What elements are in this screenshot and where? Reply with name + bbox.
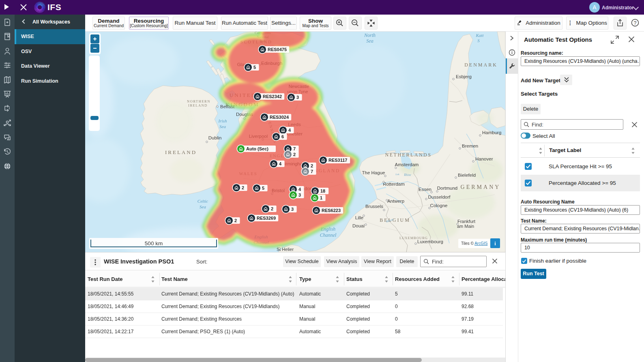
svg-text:7: 7 <box>293 146 296 151</box>
svg-text:500 km: 500 km <box>145 240 163 246</box>
svg-text:3: 3 <box>296 95 299 100</box>
svg-text:Frankfurt: Frankfurt <box>457 219 475 224</box>
svg-text:5: 5 <box>262 186 264 191</box>
svg-text:Dusseldorf: Dusseldorf <box>428 195 451 199</box>
svg-text:3: 3 <box>291 207 294 212</box>
svg-text:Sea: Sea <box>366 38 373 44</box>
svg-text:RES3024: RES3024 <box>270 115 289 120</box>
svg-text:5: 5 <box>253 65 256 70</box>
svg-text:Rotterdam: Rotterdam <box>383 182 405 186</box>
svg-text:i: i <box>494 240 496 246</box>
svg-text:BELGIUM: BELGIUM <box>380 217 410 223</box>
svg-text:Dortmund: Dortmund <box>437 186 458 191</box>
svg-text:2: 2 <box>242 185 244 190</box>
svg-text:Katt: Katt <box>476 33 484 38</box>
svg-text:Brussels: Brussels <box>365 204 383 209</box>
svg-text:4: 4 <box>288 128 291 133</box>
svg-text:Cologne: Cologne <box>430 203 448 208</box>
svg-text:Tiles © ArcGIS: Tiles © ArcGIS <box>461 241 488 246</box>
svg-text:Sea: Sea <box>200 204 206 209</box>
svg-text:Dublin: Dublin <box>208 135 222 140</box>
svg-text:Lille: Lille <box>355 215 363 220</box>
svg-text:Irish: Irish <box>218 118 227 123</box>
svg-text:Rhine: Rhine <box>404 173 411 177</box>
svg-text:?: ? <box>634 20 637 26</box>
svg-text:Auto (Sec): Auto (Sec) <box>246 146 268 151</box>
svg-text:Bielefeld: Bielefeld <box>458 173 476 178</box>
svg-text:2: 2 <box>271 206 273 211</box>
svg-text:RES3117: RES3117 <box>328 158 347 163</box>
svg-text:NORTHERN: NORTHERN <box>187 99 210 103</box>
svg-text:IRELAND: IRELAND <box>165 149 197 155</box>
svg-text:6: 6 <box>281 134 284 139</box>
svg-text:The Hague: The Hague <box>362 170 385 175</box>
svg-text:Lek: Lek <box>395 173 399 176</box>
svg-text:RES3269: RES3269 <box>257 216 276 221</box>
svg-text:Antwerp: Antwerp <box>387 199 404 203</box>
svg-text:1: 1 <box>320 195 322 200</box>
svg-text:3: 3 <box>298 193 301 197</box>
svg-text:Bremen: Bremen <box>462 144 478 148</box>
svg-text:RES0475: RES0475 <box>268 47 287 52</box>
svg-text:GERMANY: GERMANY <box>461 184 501 190</box>
svg-text:Amsterdam: Amsterdam <box>395 162 419 167</box>
svg-text:S: S <box>477 38 480 43</box>
svg-text:Luxembourg: Luxembourg <box>417 239 443 244</box>
svg-text:Esbjerg: Esbjerg <box>456 74 472 79</box>
svg-text:am Main: am Main <box>457 224 474 229</box>
svg-text:4: 4 <box>279 161 282 166</box>
svg-text:18: 18 <box>320 188 325 193</box>
svg-text:Channel: Channel <box>320 232 337 238</box>
svg-text:RES6223: RES6223 <box>322 208 341 213</box>
svg-text:Sea: Sea <box>219 124 226 129</box>
svg-text:IRELAND: IRELAND <box>188 103 208 107</box>
svg-text:4: 4 <box>298 187 301 192</box>
svg-text:2: 2 <box>293 152 296 157</box>
svg-text:RES2342: RES2342 <box>263 94 282 99</box>
svg-text:Hanover: Hanover <box>475 156 493 161</box>
svg-text:Essen: Essen <box>419 187 431 192</box>
svg-text:2: 2 <box>234 218 237 223</box>
svg-text:Celtic: Celtic <box>197 199 208 203</box>
svg-text:DENMARK: DENMARK <box>464 62 498 68</box>
svg-text:7: 7 <box>311 169 313 174</box>
svg-text:North: North <box>364 32 376 38</box>
svg-text:Hamburg: Hamburg <box>482 130 501 135</box>
svg-text:Douai: Douai <box>352 223 365 228</box>
svg-text:2: 2 <box>311 163 313 168</box>
svg-text:NETHERLANDS: NETHERLANDS <box>385 152 432 158</box>
